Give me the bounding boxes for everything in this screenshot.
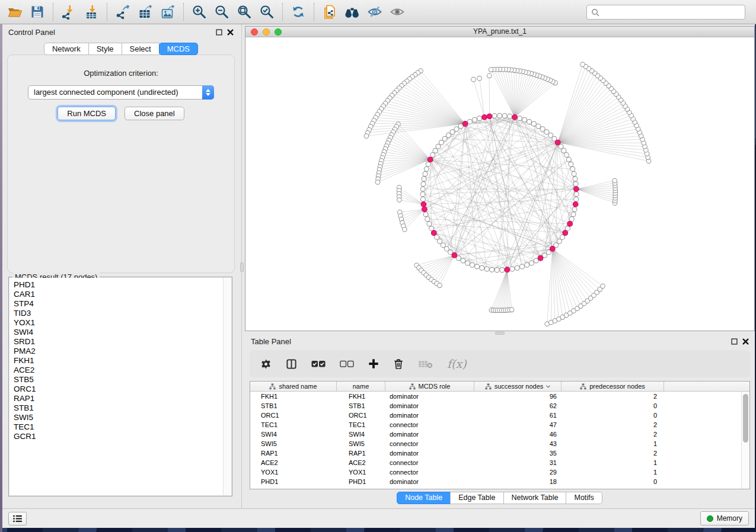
- gear-icon[interactable]: [260, 358, 272, 370]
- chevron-down-icon[interactable]: [546, 385, 550, 388]
- mcds-result-item[interactable]: PHD1: [14, 280, 223, 290]
- table-row[interactable]: PHD1PHD1dominator180: [250, 477, 749, 486]
- mcds-result-item[interactable]: RAP1: [14, 394, 223, 403]
- mcds-result-item[interactable]: STP4: [14, 299, 223, 309]
- save-session-icon[interactable]: [28, 3, 46, 21]
- binoculars-icon[interactable]: [343, 3, 361, 21]
- open-session-icon[interactable]: [6, 3, 24, 21]
- zoom-fit-icon[interactable]: [235, 3, 253, 21]
- export-network-icon[interactable]: [114, 3, 132, 21]
- export-table-icon[interactable]: [136, 3, 154, 21]
- column-label: shared name: [279, 383, 317, 390]
- network-window-title: YPA_prune.txt_1: [473, 27, 527, 36]
- task-history-button[interactable]: [8, 512, 27, 525]
- table-row[interactable]: YOX1YOX1connector291: [250, 467, 749, 477]
- table-scrollbar[interactable]: [741, 392, 749, 489]
- table-row[interactable]: ACE2ACE2connector311: [250, 458, 749, 467]
- run-mcds-button[interactable]: Run MCDS: [58, 107, 116, 120]
- eye-icon[interactable]: [388, 3, 406, 21]
- column-header-successor-nodes[interactable]: successor nodes: [474, 382, 562, 391]
- column-header-predecessor-nodes[interactable]: predecessor nodes: [562, 382, 664, 391]
- tab-node-table[interactable]: Node Table: [397, 492, 451, 504]
- tab-edge-table[interactable]: Edge Table: [450, 492, 503, 504]
- search-input[interactable]: [586, 5, 745, 20]
- zoom-window-button[interactable]: [275, 28, 282, 36]
- mcds-result-item[interactable]: ORC1: [14, 384, 223, 394]
- tab-style[interactable]: Style: [88, 43, 122, 55]
- table-row[interactable]: SWI5SWI5connector431: [250, 439, 749, 448]
- close-window-button[interactable]: [251, 28, 258, 36]
- tab-network[interactable]: Network: [44, 43, 89, 55]
- tab-motifs[interactable]: Motifs: [566, 492, 602, 504]
- column-header-shared-name[interactable]: shared name: [250, 382, 337, 391]
- float-panel-icon[interactable]: [731, 338, 738, 345]
- mcds-result-item[interactable]: TEC1: [14, 422, 223, 432]
- clone-network-icon[interactable]: [321, 3, 339, 21]
- vertical-splitter[interactable]: [240, 24, 245, 508]
- table-row[interactable]: FKH1FKH1dominator962: [250, 392, 749, 401]
- table-cell: RAP1: [250, 448, 337, 458]
- mcds-result-item[interactable]: PMA2: [14, 347, 223, 356]
- mcds-result-item[interactable]: SWI4: [14, 328, 223, 337]
- eye-slash-icon[interactable]: [366, 3, 384, 21]
- table-row[interactable]: STB1STB1dominator620: [250, 401, 749, 411]
- network-canvas[interactable]: [245, 37, 754, 331]
- select-stepper-icon: [202, 85, 214, 100]
- close-panel-icon[interactable]: [227, 29, 234, 36]
- table-scrollbar-thumb[interactable]: [743, 394, 748, 443]
- table-row[interactable]: SWI4SWI4dominator462: [250, 430, 749, 439]
- mcds-result-item[interactable]: STB5: [14, 375, 223, 384]
- table-row[interactable]: TEC1TEC1connector472: [250, 420, 749, 430]
- delete-column-icon[interactable]: [393, 358, 404, 370]
- tab-mcds[interactable]: MCDS: [159, 43, 198, 55]
- column-label: name: [353, 383, 369, 390]
- tab-network-table[interactable]: Network Table: [503, 492, 567, 504]
- tab-select[interactable]: Select: [122, 43, 160, 55]
- column-header-name[interactable]: name: [337, 382, 385, 391]
- mcds-result-group: MCDS result (17 nodes) PHD1CAR1STP4TID3Y…: [8, 277, 232, 496]
- mcds-result-list[interactable]: PHD1CAR1STP4TID3YOX1SWI4SRD1PMA2FKH1ACE2…: [9, 278, 223, 495]
- network-window-titlebar[interactable]: YPA_prune.txt_1: [245, 27, 754, 37]
- criterion-select[interactable]: largest connected component (undirected): [28, 85, 214, 100]
- mcds-result-item[interactable]: YOX1: [14, 318, 223, 328]
- mcds-result-item[interactable]: SWI5: [14, 413, 223, 422]
- function-builder-icon: f(x): [447, 357, 467, 370]
- mcds-result-item[interactable]: FKH1: [14, 356, 223, 366]
- add-column-icon[interactable]: [368, 358, 379, 369]
- main-area: Control Panel Network Style Select MCDS …: [2, 24, 755, 508]
- network-graph[interactable]: [245, 37, 754, 331]
- minimize-window-button[interactable]: [263, 28, 270, 36]
- close-panel-icon[interactable]: [742, 338, 749, 345]
- column-header-mcds-role[interactable]: MCDS role: [385, 382, 474, 391]
- close-panel-button[interactable]: Close panel: [125, 107, 184, 120]
- mcds-list-scrollbar[interactable]: [223, 278, 231, 495]
- zoom-selected-icon[interactable]: [258, 3, 276, 21]
- import-network-icon[interactable]: [60, 3, 78, 21]
- mcds-result-item[interactable]: GCR1: [14, 432, 223, 441]
- splitter-grip[interactable]: [240, 262, 244, 272]
- zoom-out-icon[interactable]: [213, 3, 231, 21]
- mcds-result-item[interactable]: CAR1: [14, 290, 223, 299]
- select-all-checkboxes-icon[interactable]: [311, 360, 326, 368]
- toolbar-separator: [183, 3, 184, 21]
- node-table-body[interactable]: FKH1FKH1dominator962STB1STB1dominator620…: [250, 392, 749, 486]
- table-row[interactable]: RAP1RAP1dominator352: [250, 448, 749, 458]
- clear-checkboxes-icon[interactable]: [340, 360, 354, 368]
- mcds-result-item[interactable]: ACE2: [14, 366, 223, 375]
- memory-button[interactable]: Memory: [700, 511, 749, 525]
- mcds-result-item[interactable]: SRD1: [14, 337, 223, 347]
- export-image-icon[interactable]: [159, 3, 177, 21]
- column-label: successor nodes: [495, 383, 544, 390]
- table-row[interactable]: ORC1ORC1dominator610: [250, 411, 749, 420]
- float-panel-icon[interactable]: [216, 29, 222, 36]
- table-cell: 2: [562, 430, 664, 439]
- import-table-icon[interactable]: [82, 3, 100, 21]
- mcds-result-item[interactable]: TID3: [14, 309, 223, 318]
- table-cell: PHD1: [250, 477, 337, 486]
- show-columns-icon[interactable]: [286, 358, 297, 370]
- delete-table-disabled-icon: [418, 360, 433, 368]
- mcds-result-item[interactable]: STB1: [14, 403, 223, 413]
- application-window: Control Panel Network Style Select MCDS …: [2, 0, 755, 528]
- refresh-icon[interactable]: [289, 3, 307, 21]
- zoom-in-icon[interactable]: [190, 3, 208, 21]
